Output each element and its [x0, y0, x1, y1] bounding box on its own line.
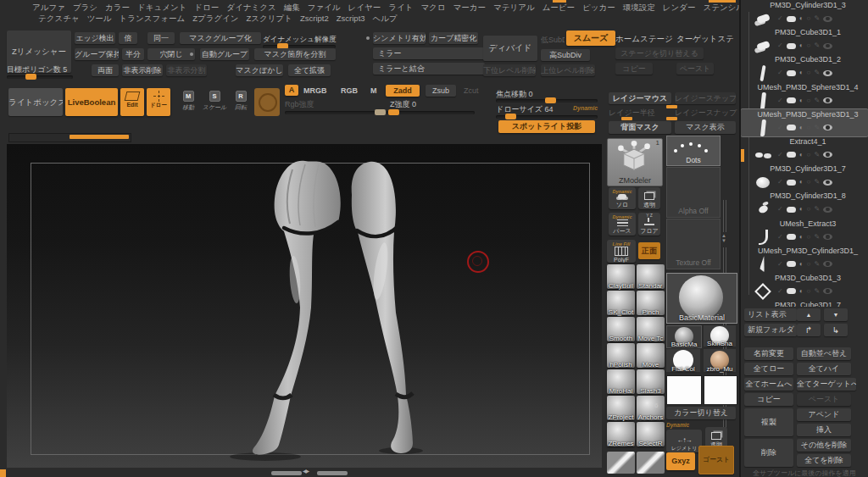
- mask-view-button[interactable]: マスク表示: [675, 121, 736, 134]
- pen-icon[interactable]: ✎: [814, 125, 820, 131]
- color-swatch-primary[interactable]: [666, 375, 702, 405]
- move-button[interactable]: M 移動: [176, 91, 200, 114]
- lazy-step-button[interactable]: レイジーステップ: [675, 92, 736, 104]
- polypaint-icon[interactable]: [787, 43, 796, 49]
- brush-thumbnail[interactable]: Slash3: [637, 369, 665, 394]
- edit-button[interactable]: Edit: [120, 88, 144, 116]
- brush-thumbnail[interactable]: Move Tc: [637, 317, 665, 341]
- mask-blur-button[interactable]: マスクぼかし: [236, 64, 283, 76]
- polypaint-icon[interactable]: [787, 152, 796, 158]
- pen-icon[interactable]: ✎: [814, 69, 820, 76]
- menu-item[interactable]: ピッカー: [582, 3, 615, 14]
- color-swatch-secondary[interactable]: [704, 375, 737, 405]
- subtool-item[interactable]: Extract4_1 ✓ ◐ ○ ✎: [741, 136, 868, 164]
- apply-all-label[interactable]: 全サブツールに最後の操作を適用: [743, 469, 866, 477]
- divider-arrows-icon[interactable]: ◀▶: [303, 468, 309, 474]
- check-icon[interactable]: ✓: [777, 261, 783, 268]
- menu-item[interactable]: ファイル: [308, 3, 341, 14]
- visibility-eye-icon[interactable]: [823, 97, 832, 103]
- halfcircle-icon[interactable]: ◐: [799, 125, 804, 131]
- brush-thumbnail[interactable]: Smooth: [607, 317, 635, 341]
- delete-higher-button[interactable]: 上位レベル削除: [541, 64, 595, 76]
- subtool-item[interactable]: UMesh_PM3D_Sphere3D1_3 ✓ ◐ ○ ✎: [741, 109, 868, 136]
- new-folder-button[interactable]: 新規フォルダ: [744, 324, 797, 336]
- pen-icon[interactable]: ✎: [814, 152, 820, 158]
- redo-arrow-button[interactable]: ↱: [797, 324, 821, 336]
- switch-color-button[interactable]: カラー切り替え: [666, 407, 736, 419]
- check-icon[interactable]: ✓: [777, 288, 783, 295]
- spotlight-projection-button[interactable]: スポットライト投影: [498, 120, 595, 133]
- menu-item[interactable]: ムービー: [542, 3, 575, 14]
- circle-icon[interactable]: ○: [807, 206, 811, 213]
- target-stage-label[interactable]: ターゲットステ: [676, 34, 737, 45]
- halfcircle-icon[interactable]: ◐: [799, 152, 804, 158]
- circle-icon[interactable]: ○: [807, 179, 811, 186]
- halfcircle-icon[interactable]: ◐: [799, 234, 804, 241]
- visibility-eye-icon[interactable]: [823, 125, 832, 130]
- pen-icon[interactable]: ✎: [814, 15, 820, 22]
- visibility-eye-icon[interactable]: [823, 43, 832, 49]
- lazy-radius-slider[interactable]: [621, 117, 632, 120]
- delete-hidden-button[interactable]: 非表示削除: [122, 64, 163, 76]
- visibility-eye-icon[interactable]: [823, 288, 832, 294]
- subtool-item[interactable]: PM3D_Cylinder3D1_8 ✓ ◐ ○ ✎: [741, 191, 868, 218]
- pen-icon[interactable]: ✎: [814, 261, 820, 268]
- z-intensity-slider[interactable]: [387, 111, 475, 114]
- target-poly-slider[interactable]: [7, 75, 73, 79]
- brush-thumbnail[interactable]: [607, 452, 635, 474]
- edge-detect-button[interactable]: エッジ検出: [75, 32, 115, 44]
- low-subd-label[interactable]: 低SubD: [541, 35, 565, 46]
- halfcircle-icon[interactable]: ◐: [799, 261, 804, 268]
- model-legs[interactable]: [7, 144, 602, 468]
- halfcircle-icon[interactable]: ◐: [799, 42, 804, 49]
- menu-item[interactable]: テクスチャ: [38, 14, 80, 25]
- menu-item[interactable]: レンダー: [663, 3, 696, 14]
- focal-shift-slider[interactable]: [496, 99, 598, 103]
- brush-thumbnail[interactable]: SK_Clot: [607, 291, 635, 315]
- subtool-thumbnail[interactable]: [752, 10, 774, 27]
- menu-item[interactable]: マーカー: [453, 3, 486, 14]
- material-thumbnail[interactable]: Flat Col: [666, 349, 700, 372]
- smooth-button[interactable]: スムーズ: [566, 31, 615, 46]
- list-view-button[interactable]: リスト表示: [744, 308, 797, 321]
- all-home-button[interactable]: 全てホームへ: [744, 378, 793, 391]
- switch-stage-button[interactable]: ステージを切り替える: [615, 47, 704, 59]
- material-thumbnail[interactable]: zbro_Mu: [704, 349, 736, 372]
- solo-button[interactable]: Dynamic ソロ: [609, 187, 636, 209]
- halfcircle-icon[interactable]: ◐: [799, 179, 804, 186]
- alpha-thumbnail[interactable]: Alpha Off: [666, 167, 721, 218]
- draw-button[interactable]: ドロー: [147, 88, 170, 116]
- mrgb-button[interactable]: MRGB: [303, 86, 327, 95]
- subtool-item[interactable]: PM3D_Cube3D1_3 ✓ ◐ ○ ✎: [741, 273, 868, 300]
- subtool-item[interactable]: UMesh_Extract3 ✓ ◐ ○ ✎: [741, 219, 868, 246]
- registry-button[interactable]: ←↑→ レジメトリ: [666, 430, 702, 452]
- mirror-button[interactable]: ミラー: [373, 47, 485, 59]
- expand-all-button[interactable]: 全て拡張: [288, 64, 331, 76]
- draw-size-slider[interactable]: [496, 115, 598, 119]
- floor-button[interactable]: Y Z フロア: [638, 213, 660, 236]
- half-button[interactable]: 半分: [122, 48, 144, 60]
- subtool-thumbnail[interactable]: [752, 201, 774, 218]
- menu-item[interactable]: アルファ: [32, 3, 65, 14]
- divider-bar[interactable]: [271, 471, 302, 475]
- pen-icon[interactable]: ✎: [814, 288, 820, 295]
- both-sides-button[interactable]: 両面: [92, 64, 119, 76]
- menu-item[interactable]: 編集: [284, 3, 300, 14]
- visibility-eye-icon[interactable]: [823, 234, 832, 240]
- menu-item[interactable]: ドロー: [194, 3, 219, 14]
- delete-other-button[interactable]: その他を削除: [797, 439, 851, 452]
- subtool-item[interactable]: UMesh_PM3D_Cylinder3D1_ ✓ ◐ ○ ✎: [741, 246, 868, 273]
- all-high-button[interactable]: 全てハイ: [797, 363, 851, 375]
- divider-bar[interactable]: [317, 471, 348, 475]
- subtool-item[interactable]: PM3D_Cube3D1_7 ✓ ◐ ○ ✎: [741, 300, 868, 307]
- menu-item[interactable]: Zscript3: [337, 14, 365, 25]
- material-main-thumbnail[interactable]: BasicMaterial: [666, 273, 737, 324]
- zsub-button[interactable]: Zsub: [426, 85, 456, 97]
- menu-item[interactable]: カラー: [105, 3, 130, 14]
- lazy-snap-label[interactable]: レイジースナップ: [675, 108, 737, 119]
- menu-item[interactable]: Zscript2: [300, 14, 329, 25]
- menu-item[interactable]: マテリアル: [493, 3, 535, 14]
- live-boolean-button[interactable]: LiveBoolean: [65, 88, 118, 116]
- duplicate-button[interactable]: 複製: [744, 408, 793, 436]
- high-subdiv-button[interactable]: 高SubDiv: [541, 49, 590, 61]
